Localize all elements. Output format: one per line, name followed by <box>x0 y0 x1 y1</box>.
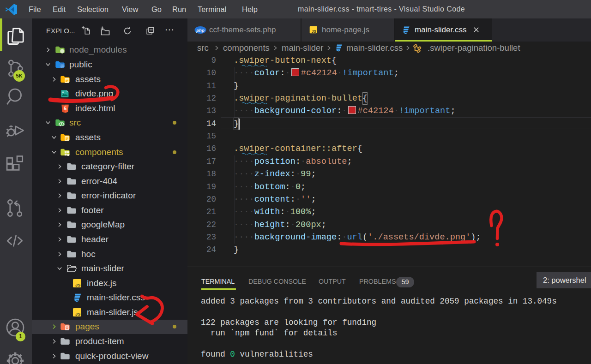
svg-text:php: php <box>196 28 205 33</box>
